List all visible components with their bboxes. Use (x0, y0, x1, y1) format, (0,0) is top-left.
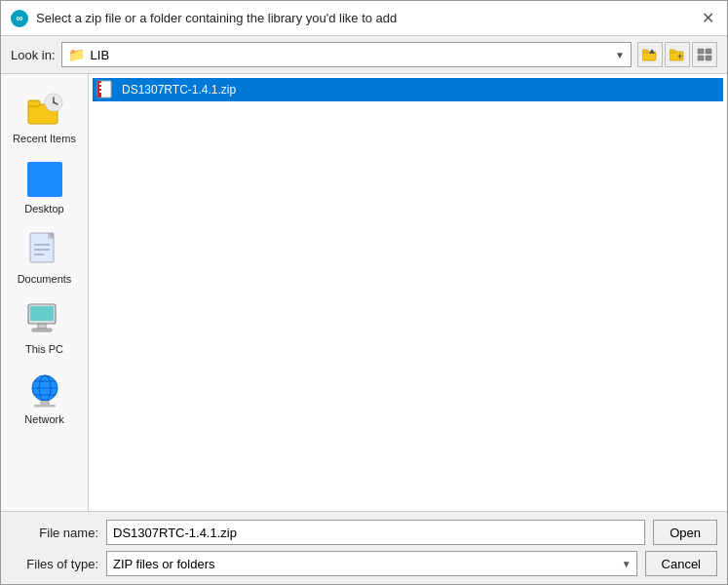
file-dialog: ∞ Select a zip file or a folder containi… (0, 0, 728, 585)
documents-label: Documents (18, 273, 72, 285)
file-browser[interactable]: DS1307RTC-1.4.1.zip (89, 74, 727, 511)
navigate-up-button[interactable] (637, 42, 663, 67)
sidebar-item-documents[interactable]: Documents (1, 222, 88, 292)
svg-point-16 (53, 101, 55, 103)
up-folder-icon (642, 48, 658, 61)
recent-items-icon (25, 90, 64, 129)
svg-marker-2 (649, 49, 655, 54)
filetype-select-wrapper: ZIP files or folders ▼ (106, 551, 637, 576)
sidebar-item-network[interactable]: Network (1, 363, 88, 433)
svg-text:+: + (677, 52, 682, 61)
svg-rect-26 (32, 329, 52, 332)
network-label: Network (24, 413, 63, 425)
new-folder-icon: + (670, 48, 685, 61)
sidebar-item-recent[interactable]: Recent Items (1, 82, 88, 152)
view-icon (697, 48, 712, 61)
svg-rect-36 (99, 83, 101, 85)
list-item[interactable]: DS1307RTC-1.4.1.zip (93, 78, 723, 101)
desktop-label: Desktop (24, 203, 63, 214)
folder-icon: 📁 (68, 47, 85, 62)
recent-items-label: Recent Items (13, 133, 76, 144)
close-button[interactable]: ✕ (698, 9, 717, 28)
open-button[interactable]: Open (653, 520, 717, 545)
network-icon (25, 370, 64, 410)
filename-input[interactable] (106, 520, 645, 545)
svg-rect-6 (698, 49, 704, 54)
svg-rect-37 (99, 87, 101, 89)
sidebar-item-desktop[interactable]: Desktop (1, 152, 88, 222)
filetype-label: Files of type: (11, 557, 98, 571)
dropdown-arrow-icon: ▼ (615, 50, 625, 60)
filetype-row: Files of type: ZIP files or folders ▼ Ca… (11, 551, 717, 576)
svg-rect-24 (30, 306, 54, 321)
content-area: Recent Items Desktop (1, 73, 727, 511)
desktop-square-icon (27, 162, 62, 197)
zip-file-icon (96, 80, 116, 99)
svg-rect-33 (34, 405, 56, 408)
svg-rect-8 (698, 56, 704, 60)
this-pc-icon (25, 300, 64, 339)
svg-rect-7 (706, 49, 711, 54)
look-in-dropdown[interactable]: 📁 LIB ▼ (61, 42, 632, 67)
bottom-area: File name: Open Files of type: ZIP files… (1, 511, 727, 584)
svg-rect-1 (642, 50, 648, 53)
svg-rect-9 (706, 56, 711, 60)
look-in-label: Look in: (11, 48, 56, 62)
svg-rect-11 (28, 100, 40, 106)
toolbar-row: Look in: 📁 LIB ▼ + (1, 36, 727, 73)
this-pc-label: This PC (25, 343, 63, 355)
sidebar-item-this-pc[interactable]: This PC (1, 292, 88, 363)
cancel-button[interactable]: Cancel (645, 551, 717, 576)
filename-row: File name: Open (11, 520, 717, 545)
view-button[interactable] (692, 42, 717, 67)
desktop-icon (25, 160, 64, 199)
svg-rect-38 (99, 91, 101, 93)
svg-rect-25 (38, 324, 46, 329)
svg-rect-4 (670, 50, 675, 53)
look-in-value: LIB (91, 48, 610, 62)
arduino-logo-icon: ∞ (11, 10, 28, 27)
dialog-title: Select a zip file or a folder containing… (36, 11, 397, 25)
toolbar-buttons: + (637, 42, 717, 67)
svg-rect-32 (40, 401, 50, 405)
title-bar-left: ∞ Select a zip file or a folder containi… (11, 10, 397, 27)
filename-label: File name: (11, 526, 98, 540)
filetype-select[interactable]: ZIP files or folders (106, 551, 637, 576)
new-folder-button[interactable]: + (665, 42, 690, 67)
title-bar: ∞ Select a zip file or a folder containi… (1, 1, 727, 36)
file-item-name: DS1307RTC-1.4.1.zip (122, 83, 236, 97)
sidebar: Recent Items Desktop (1, 74, 89, 511)
documents-icon (25, 230, 64, 269)
